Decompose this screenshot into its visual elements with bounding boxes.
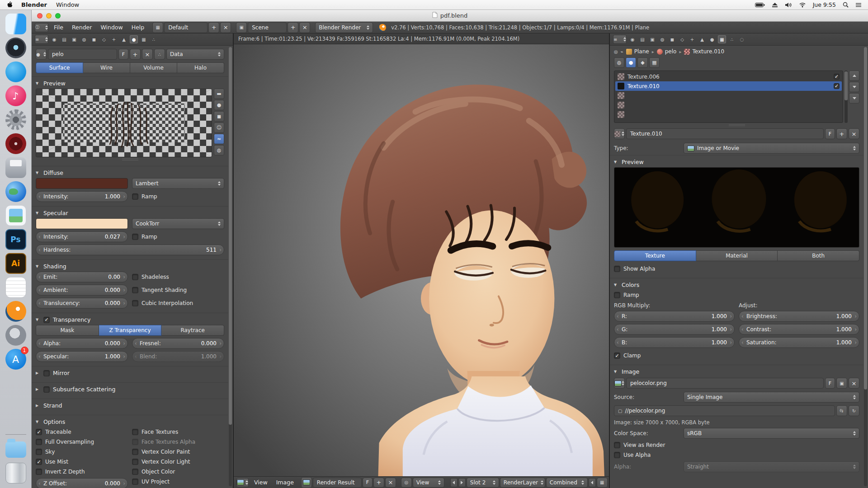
tab-scene[interactable]: ▣: [70, 35, 78, 43]
face-textures-alpha-checkbox[interactable]: Face Textures Alpha: [132, 437, 224, 447]
menu-render[interactable]: Render: [69, 24, 95, 31]
alpha-mode-dropdown[interactable]: Straight: [684, 461, 859, 472]
unlink-image-button[interactable]: [849, 378, 859, 389]
use-mist-checkbox[interactable]: Use Mist: [36, 457, 128, 467]
rgb-r-slider[interactable]: R:1.000: [614, 311, 735, 322]
dock-item-dvd-player[interactable]: [5, 133, 26, 154]
next-slot-button[interactable]: [458, 478, 466, 487]
tab-render-layers[interactable]: ▤: [638, 35, 646, 43]
unlink-material-button[interactable]: [142, 49, 153, 60]
transparency-mask[interactable]: Mask: [36, 325, 99, 336]
tangent-shading-checkbox[interactable]: Tangent Shading: [132, 285, 224, 295]
z-offset-slider[interactable]: Z Offset:0.000: [36, 478, 128, 488]
tab-render[interactable]: ◉: [50, 35, 58, 43]
panel-image-header[interactable]: Image: [614, 366, 859, 377]
panel-colors-header[interactable]: Colors: [614, 280, 859, 290]
browse-material-button[interactable]: ●: [36, 49, 47, 60]
preview-sphere-button[interactable]: ●: [214, 100, 224, 110]
preview-monkey-button[interactable]: ☺: [214, 122, 224, 133]
previous-pass-button[interactable]: [589, 478, 596, 487]
pin-image-icon[interactable]: ◎: [401, 478, 412, 488]
editor-type-button[interactable]: ≡: [35, 35, 48, 44]
texture-specials-menu-button[interactable]: [849, 93, 859, 103]
view-as-render-checkbox[interactable]: View as Render: [614, 440, 859, 450]
saturation-slider[interactable]: Saturation:1.000: [739, 337, 859, 348]
notification-center-icon[interactable]: [855, 2, 862, 8]
editor-type-button[interactable]: ≡: [613, 35, 627, 44]
world-texture-tab[interactable]: ◍: [614, 57, 624, 68]
type-surface[interactable]: Surface: [36, 62, 83, 73]
preview-cube-button[interactable]: ◼: [214, 111, 224, 122]
tab-material[interactable]: ●: [130, 35, 138, 43]
window-titlebar[interactable]: pdf.blend: [32, 10, 868, 22]
tab-object[interactable]: ◼: [90, 35, 98, 43]
preview-both-tab[interactable]: Both: [778, 250, 859, 261]
tab-particles[interactable]: ∴: [728, 35, 736, 43]
object-color-checkbox[interactable]: Object Color: [132, 467, 224, 477]
tab-constraints[interactable]: ◇: [678, 35, 686, 43]
show-alpha-checkbox[interactable]: Show Alpha: [614, 264, 859, 274]
volume-icon[interactable]: [785, 2, 792, 8]
tab-world[interactable]: ◍: [80, 35, 88, 43]
type-halo[interactable]: Halo: [177, 62, 224, 73]
left-panel-scrollbar[interactable]: [229, 47, 232, 486]
panel-options-header[interactable]: Options: [36, 417, 224, 427]
image-menu[interactable]: Image: [273, 479, 297, 486]
material-name-field[interactable]: pelo: [48, 49, 117, 60]
add-scene-button[interactable]: [288, 22, 298, 33]
tab-modifiers[interactable]: +: [688, 35, 696, 43]
image-options-icon[interactable]: ▦: [597, 478, 608, 488]
panel-transparency-header[interactable]: Transparency: [36, 314, 224, 325]
panel-sss-header[interactable]: Subsurface Scattering: [36, 384, 224, 394]
dock-item-itunes[interactable]: ♪: [5, 85, 26, 106]
dock-item-downloads-folder[interactable]: [5, 439, 26, 460]
unlink-image-button[interactable]: [385, 478, 396, 488]
preview-world-button[interactable]: ◍: [214, 145, 224, 155]
dock-item-app-store[interactable]: A1: [5, 349, 26, 370]
tab-render-layers[interactable]: ▤: [60, 35, 68, 43]
transparency-enable-checkbox[interactable]: [43, 317, 50, 323]
colors-ramp-checkbox[interactable]: Ramp: [614, 290, 859, 300]
dock-item-illustrator[interactable]: Ai: [5, 253, 26, 274]
breadcrumb-material[interactable]: pelo: [657, 48, 677, 55]
menubar-window-menu[interactable]: Window: [56, 1, 79, 8]
specular-shader-dropdown[interactable]: CookTorr: [132, 218, 224, 229]
tab-material[interactable]: ●: [708, 35, 716, 43]
translucency-slider[interactable]: Translucency:0.000: [36, 298, 128, 309]
tab-physics[interactable]: ◌: [738, 35, 746, 43]
dock-item-photoshop[interactable]: Ps: [5, 229, 26, 250]
cubic-interpolation-checkbox[interactable]: Cubic Interpolation: [132, 298, 224, 308]
render-layer-dropdown[interactable]: RenderLayer: [500, 478, 545, 488]
dock-item-printer[interactable]: [5, 157, 26, 178]
diffuse-intensity-slider[interactable]: Intensity:1.000: [36, 191, 128, 202]
fresnel-slider[interactable]: Fresnel:0.000: [132, 338, 224, 349]
unlink-texture-button[interactable]: [849, 128, 859, 139]
tab-object-data[interactable]: ▲: [120, 35, 128, 43]
colorspace-dropdown[interactable]: sRGB: [684, 428, 859, 439]
shadeless-checkbox[interactable]: Shadeless: [132, 272, 224, 282]
close-window-button[interactable]: [37, 13, 42, 19]
mirror-enable-checkbox[interactable]: [43, 370, 50, 376]
diffuse-ramp-checkbox[interactable]: Ramp: [132, 192, 224, 202]
battery-icon[interactable]: [755, 2, 765, 8]
tab-scene[interactable]: ▣: [648, 35, 656, 43]
texture-type-dropdown[interactable]: Image or Movie: [684, 143, 859, 154]
diffuse-color-swatch[interactable]: [36, 178, 128, 189]
texture-slot-row-selected[interactable]: Texture.010: [615, 81, 842, 91]
screen-layout-name[interactable]: Default: [164, 22, 208, 33]
previous-slot-button[interactable]: [450, 478, 458, 487]
panel-preview-header[interactable]: Preview: [36, 78, 224, 89]
dock-item-utility[interactable]: [5, 325, 26, 346]
image-datablock-name[interactable]: Render Result: [313, 478, 362, 488]
tab-texture[interactable]: ▦: [140, 35, 148, 43]
hardness-slider[interactable]: Hardness:511: [36, 244, 224, 255]
browse-image-button[interactable]: [614, 378, 625, 389]
dock-item-blue-app[interactable]: [5, 61, 26, 82]
tab-object[interactable]: ◼: [668, 35, 676, 43]
breadcrumb-texture[interactable]: Texture.010: [684, 48, 724, 55]
menu-window[interactable]: Window: [97, 24, 126, 31]
move-texture-up-button[interactable]: [849, 70, 859, 81]
menubar-app-name[interactable]: Blender: [21, 1, 47, 8]
texture-slot-empty[interactable]: [615, 100, 842, 110]
zoom-window-button[interactable]: [55, 13, 61, 19]
